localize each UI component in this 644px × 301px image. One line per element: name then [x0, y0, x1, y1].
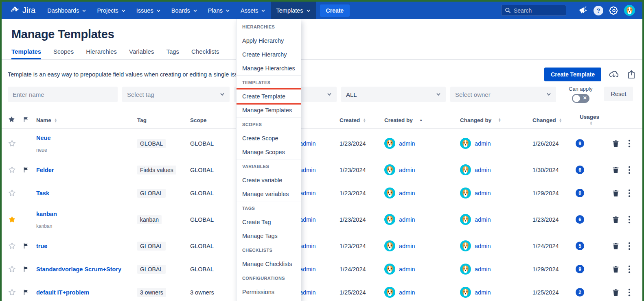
- more-actions-button[interactable]: [628, 166, 631, 174]
- header-created-by[interactable]: Created by▲: [377, 117, 453, 123]
- menu-item-create-variable[interactable]: Create variable: [237, 173, 301, 187]
- table-row[interactable]: Task GLOBAL GLOBAL admin 1/23/2024 admin…: [2, 181, 642, 205]
- menu-item-create-hierarchy[interactable]: Create Hierarchy: [237, 48, 301, 61]
- more-actions-button[interactable]: [628, 288, 631, 297]
- delete-button[interactable]: [611, 265, 620, 274]
- tab-checklists[interactable]: Checklists: [191, 48, 219, 59]
- template-name-link[interactable]: Felder: [36, 167, 54, 173]
- more-actions-button[interactable]: [628, 265, 631, 274]
- changed-by-link[interactable]: admin: [475, 289, 491, 296]
- nav-create-button[interactable]: Create: [320, 4, 350, 17]
- header-scope[interactable]: Scope: [190, 117, 240, 123]
- created-by-link[interactable]: admin: [399, 289, 415, 296]
- template-name-link[interactable]: default IT+problem: [36, 289, 89, 296]
- tab-hierarchies[interactable]: Hierarchies: [86, 48, 117, 59]
- changed-by-link[interactable]: admin: [475, 216, 491, 223]
- changed-by-link[interactable]: admin: [475, 167, 491, 173]
- owner-link[interactable]: admin: [300, 266, 316, 273]
- menu-item-manage-hierarchies[interactable]: Manage Hierarchies: [237, 61, 301, 75]
- owner-filter-select[interactable]: Select owner: [450, 87, 556, 102]
- nav-item-issues[interactable]: Issues: [131, 2, 166, 19]
- delete-button[interactable]: [611, 166, 620, 174]
- menu-item-manage-checklists[interactable]: Manage Checklists: [237, 257, 301, 271]
- nav-item-assets[interactable]: Assets: [235, 2, 271, 19]
- header-usages[interactable]: Usages▲▼: [572, 114, 609, 126]
- header-changed[interactable]: Changed▲▼: [526, 117, 572, 123]
- name-filter-input[interactable]: [8, 87, 118, 102]
- nav-item-dashboards[interactable]: Dashboards: [42, 2, 92, 19]
- menu-item-apply-hierarchy[interactable]: Apply Hierarchy: [237, 34, 301, 48]
- template-name-link[interactable]: Standardvorlage Scrum+Story: [36, 266, 121, 273]
- table-row[interactable]: kanban kanban kanban GLOBAL admin 1/23/2…: [2, 205, 642, 234]
- header-created[interactable]: Created▲▼: [331, 117, 377, 123]
- nav-item-boards[interactable]: Boards: [166, 2, 203, 19]
- owner-link[interactable]: admin: [300, 190, 316, 196]
- table-row[interactable]: Neue neue GLOBAL GLOBAL admin 1/23/2024 …: [2, 129, 642, 158]
- can-apply-toggle[interactable]: ✕: [572, 94, 589, 103]
- created-by-link[interactable]: admin: [399, 216, 415, 223]
- announcements-button[interactable]: [575, 5, 591, 15]
- import-button[interactable]: [608, 69, 620, 80]
- menu-item-permissions[interactable]: Permissions: [237, 285, 301, 299]
- created-by-link[interactable]: admin: [399, 140, 415, 147]
- delete-button[interactable]: [611, 189, 620, 198]
- favorite-star-icon[interactable]: [8, 288, 22, 297]
- template-name-link[interactable]: kanban: [36, 211, 57, 217]
- favorite-star-icon[interactable]: [8, 139, 22, 148]
- template-name-link[interactable]: Task: [36, 190, 49, 196]
- owner-link[interactable]: admin: [300, 167, 316, 173]
- table-row[interactable]: Standardvorlage Scrum+Story GLOBAL GLOBA…: [2, 257, 642, 281]
- more-actions-button[interactable]: [628, 242, 631, 251]
- table-row[interactable]: default IT+problem 3 owners 3 owners adm…: [2, 281, 642, 301]
- create-template-button[interactable]: Create Template: [544, 68, 601, 81]
- nav-item-projects[interactable]: Projects: [92, 2, 131, 19]
- nav-item-templates[interactable]: Templates: [271, 2, 315, 19]
- favorite-star-icon[interactable]: [8, 242, 22, 250]
- template-name-link[interactable]: true: [36, 243, 47, 249]
- jira-logo[interactable]: Jira: [10, 6, 35, 15]
- menu-item-manage-templates[interactable]: Manage Templates: [237, 103, 301, 117]
- delete-button[interactable]: [611, 139, 620, 148]
- delete-button[interactable]: [611, 215, 620, 224]
- table-row[interactable]: true GLOBAL GLOBAL admin 1/23/2024 admin…: [2, 234, 642, 257]
- created-by-link[interactable]: admin: [399, 167, 415, 173]
- favorite-star-icon[interactable]: [8, 189, 22, 197]
- table-row[interactable]: Felder Fields values GLOBAL admin 1/23/2…: [2, 158, 642, 181]
- menu-item-create-template[interactable]: Create Template: [237, 89, 301, 103]
- changed-by-link[interactable]: admin: [475, 243, 491, 249]
- tab-templates[interactable]: Templates: [11, 48, 41, 59]
- more-actions-button[interactable]: [628, 215, 631, 224]
- menu-item-create-tag[interactable]: Create Tag: [237, 215, 301, 229]
- header-changed-by[interactable]: Changed by▲▼: [453, 117, 526, 123]
- owner-link[interactable]: admin: [300, 243, 316, 249]
- tag-filter-select[interactable]: Select tag: [122, 87, 230, 102]
- menu-item-create-scope[interactable]: Create Scope: [237, 131, 301, 145]
- changed-by-link[interactable]: admin: [475, 190, 491, 196]
- created-by-link[interactable]: admin: [399, 243, 415, 249]
- header-name[interactable]: Name▲▼: [36, 117, 137, 123]
- user-avatar-button[interactable]: [622, 5, 637, 16]
- header-flag[interactable]: [22, 116, 36, 124]
- reset-button[interactable]: Reset: [604, 87, 633, 101]
- header-tag[interactable]: Tag: [137, 117, 190, 123]
- type-filter-select[interactable]: ALL: [341, 87, 446, 102]
- favorite-star-icon[interactable]: [8, 265, 22, 273]
- search-input[interactable]: [514, 7, 559, 14]
- delete-button[interactable]: [611, 242, 620, 251]
- tab-tags[interactable]: Tags: [166, 48, 179, 59]
- export-button[interactable]: [626, 69, 636, 80]
- created-by-link[interactable]: admin: [399, 266, 415, 273]
- template-name-link[interactable]: Neue: [36, 135, 50, 141]
- menu-item-manage-variables[interactable]: Manage variables: [237, 187, 301, 201]
- favorite-star-icon[interactable]: [8, 166, 22, 174]
- more-actions-button[interactable]: [628, 139, 631, 148]
- delete-button[interactable]: [611, 288, 620, 297]
- global-search[interactable]: [501, 5, 566, 16]
- settings-button[interactable]: [606, 6, 622, 15]
- changed-by-link[interactable]: admin: [475, 140, 491, 147]
- nav-item-plans[interactable]: Plans: [203, 2, 235, 19]
- menu-item-manage-scopes[interactable]: Manage Scopes: [237, 145, 301, 159]
- favorite-star-icon[interactable]: [8, 215, 22, 224]
- changed-by-link[interactable]: admin: [475, 266, 491, 273]
- more-actions-button[interactable]: [628, 189, 631, 198]
